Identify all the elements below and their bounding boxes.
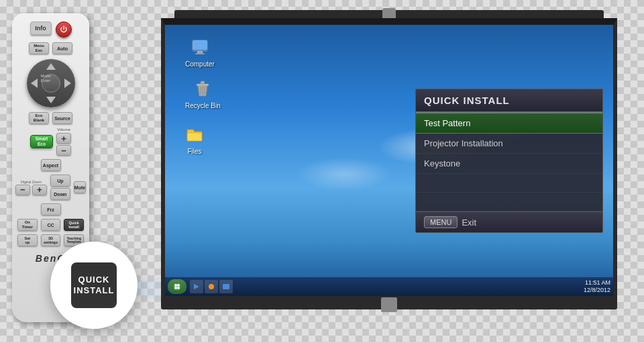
digital-zoom-label: Digital Zoom <box>21 180 42 184</box>
svg-point-12 <box>174 287 177 289</box>
menu-esc-button[interactable]: MenuEsc <box>29 42 49 54</box>
power-button[interactable] <box>56 21 72 38</box>
eco-blank-button[interactable]: EcoBlank <box>29 112 49 124</box>
info-button[interactable]: Info <box>30 21 52 35</box>
osd-item-keystone[interactable]: Keystone <box>416 154 602 174</box>
osd-item-projector-installation[interactable]: Projector Installation <box>416 134 602 154</box>
desktop-icon-files[interactable]: Files <box>184 124 205 155</box>
taskbar-clock: 11:51 AM 12/8/2012 <box>584 279 610 294</box>
dpad-down-arrow[interactable] <box>46 97 56 103</box>
remote-row-smart: SmartEco Volume + − <box>17 128 84 156</box>
svg-point-9 <box>173 283 181 291</box>
remote-top-buttons: Info <box>30 21 72 38</box>
quick-install-button[interactable]: QuickInstall <box>64 219 84 231</box>
osd-title: QUICK INSTALL <box>416 89 602 113</box>
svg-point-10 <box>174 284 177 287</box>
zoom-minus-button[interactable]: − <box>15 185 30 195</box>
dpad-right-arrow[interactable] <box>64 79 71 88</box>
taskbar-icon-2[interactable] <box>205 280 218 293</box>
remote-row-zoom: Digital Zoom − + Up Down Mute <box>17 175 84 200</box>
remote-row-freeze: Frz <box>17 203 84 215</box>
screen-desktop: Computer Recycle Bin <box>165 25 613 296</box>
zoom-plus-button[interactable]: + <box>32 185 47 195</box>
osd-menu: QUICK INSTALL Test Pattern Projector Ins… <box>415 89 603 233</box>
svg-point-14 <box>209 284 214 289</box>
quick-install-line2: INSTALL <box>74 285 115 296</box>
quick-install-button-display: QUICK INSTALL <box>71 262 117 308</box>
taskbar: 11:51 AM 12/8/2012 <box>165 277 613 296</box>
svg-rect-4 <box>197 84 209 86</box>
remote-row-bottom2: Setup 3Dsettings TeachingTemplate <box>17 234 84 246</box>
dpad-center-label: ModeEnter <box>40 75 50 83</box>
auto-button[interactable]: Auto <box>52 42 72 54</box>
remote-row-bottom1: OnTimer CC QuickInstall <box>17 219 84 231</box>
taskbar-icons <box>190 280 233 293</box>
volume-up-button[interactable]: + <box>56 133 71 144</box>
svg-rect-3 <box>195 53 205 54</box>
svg-rect-1 <box>193 40 207 50</box>
desktop-icon-computer[interactable]: Computer <box>185 37 215 68</box>
dpad-center-button[interactable]: ModeEnter <box>42 74 60 93</box>
start-button[interactable] <box>168 279 186 294</box>
3d-settings-button[interactable]: 3Dsettings <box>41 234 61 246</box>
svg-rect-2 <box>197 51 203 53</box>
volume-controls: + − <box>56 133 71 156</box>
taskbar-date: 12/8/2012 <box>584 287 610 294</box>
dpad-up-arrow[interactable] <box>46 63 56 70</box>
cc-button[interactable]: CC <box>41 219 61 231</box>
svg-point-11 <box>177 284 180 287</box>
osd-empty-row-2 <box>416 193 602 211</box>
osd-item-test-pattern[interactable]: Test Pattern <box>416 113 602 134</box>
freeze-button[interactable]: Frz <box>41 203 61 215</box>
remote-row-eco: EcoBlank Source <box>17 112 84 124</box>
files-label: Files <box>187 148 201 155</box>
taskbar-icon-1[interactable] <box>190 280 203 293</box>
volume-down-button[interactable]: − <box>56 145 71 156</box>
smart-eco-button[interactable]: SmartEco <box>30 135 53 148</box>
osd-footer: MENU Exit <box>416 211 602 232</box>
recycle-bin-label: Recycle Bin <box>185 102 221 109</box>
remote-row-aspect: Aspect <box>17 159 84 171</box>
screen-bottom-bar <box>161 300 617 309</box>
taskbar-time: 11:51 AM <box>585 279 610 287</box>
osd-exit-label: Exit <box>462 217 476 228</box>
source-button[interactable]: Source <box>52 112 72 124</box>
taskbar-icon-3[interactable] <box>219 280 233 293</box>
page-down-button[interactable]: Down <box>50 188 70 200</box>
on-timer-button[interactable]: OnTimer <box>17 219 38 231</box>
quick-install-line1: QUICK <box>78 275 110 285</box>
aspect-button[interactable]: Aspect <box>41 159 61 171</box>
remote-row-menu: MenuEsc Auto <box>17 42 84 54</box>
computer-label: Computer <box>185 60 215 68</box>
svg-rect-15 <box>223 284 229 289</box>
osd-empty-row-1 <box>416 174 602 193</box>
setup-button[interactable]: Setup <box>17 234 38 246</box>
screen-top-bar <box>174 10 604 18</box>
osd-menu-button[interactable]: MENU <box>424 216 458 228</box>
recycle-bin-icon <box>192 79 213 100</box>
page-up-button[interactable]: Up <box>50 175 70 187</box>
desktop-icon-recycle[interactable]: Recycle Bin <box>185 79 221 109</box>
mute-button[interactable]: Mute <box>74 181 86 193</box>
dpad[interactable]: ModeEnter <box>27 59 75 107</box>
screen-frame: Computer Recycle Bin <box>161 18 617 300</box>
computer-icon <box>189 37 211 58</box>
projector-screen: Computer Recycle Bin <box>154 10 624 326</box>
svg-point-13 <box>177 287 180 289</box>
quick-install-circle: QUICK INSTALL <box>50 242 138 329</box>
svg-rect-5 <box>201 81 205 84</box>
files-icon <box>184 124 205 146</box>
volume-label: Volume <box>57 128 70 132</box>
dpad-left-arrow[interactable] <box>31 79 38 88</box>
